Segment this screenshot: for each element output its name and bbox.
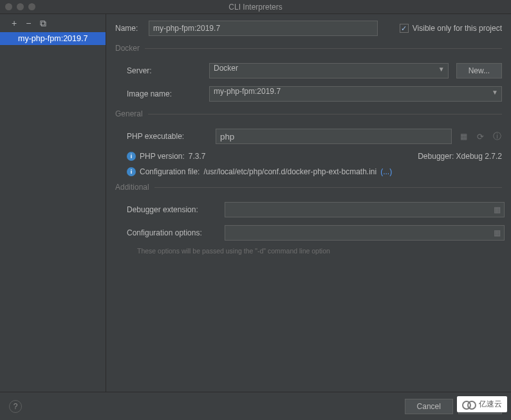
window-title: CLI Interpreters (0, 3, 511, 12)
sidebar-toolbar: + − ⧉ (0, 14, 106, 32)
info-badge-icon: i (127, 152, 136, 161)
section-general: General (115, 109, 502, 118)
reload-icon[interactable]: ⟳ (475, 132, 485, 142)
watermark-logo-icon (462, 400, 476, 409)
name-label: Name: (115, 24, 149, 33)
copy-icon[interactable]: ⧉ (40, 18, 46, 29)
config-file-more-link[interactable]: (...) (380, 167, 392, 176)
image-name-label: Image name: (127, 89, 209, 98)
visible-only-label: Visible only for this project (413, 24, 502, 33)
section-additional: Additional (115, 183, 502, 192)
config-opts-field[interactable] (225, 225, 505, 241)
titlebar: CLI Interpreters (0, 0, 511, 14)
php-exe-field[interactable] (216, 129, 452, 144)
help-icon[interactable]: ? (9, 400, 22, 413)
config-opts-hint: These options will be passed using the "… (127, 247, 502, 255)
section-docker: Docker (115, 44, 502, 53)
debugger-ext-label: Debugger extension: (127, 205, 225, 214)
config-opts-label: Configuration options: (127, 228, 225, 237)
cancel-button[interactable]: Cancel (405, 399, 453, 414)
server-label: Server: (127, 66, 209, 75)
debugger-value: Xdebug 2.7.2 (456, 152, 502, 161)
debugger-ext-field[interactable] (225, 202, 505, 217)
name-field[interactable] (149, 21, 378, 36)
folder-icon[interactable]: ▦ (492, 228, 502, 237)
config-file-value: /usr/local/etc/php/conf.d/docker-php-ext… (203, 167, 376, 176)
remove-icon[interactable]: − (26, 18, 31, 28)
sidebar: + − ⧉ my-php-fpm:2019.7 (0, 14, 106, 392)
watermark: 亿速云 (457, 396, 507, 412)
main-panel: Name: ✓ Visible only for this project Do… (106, 14, 511, 392)
config-file-label: Configuration file: (140, 167, 200, 176)
interpreter-list-item[interactable]: my-php-fpm:2019.7 (0, 32, 106, 45)
info-icon[interactable]: ⓘ (492, 131, 502, 142)
add-icon[interactable]: + (12, 18, 17, 28)
folder-icon[interactable]: ▦ (458, 132, 469, 141)
footer: ? Cancel Apply (0, 392, 511, 420)
php-exe-label: PHP executable: (127, 132, 209, 141)
php-version-value: 7.3.7 (189, 152, 206, 161)
folder-icon[interactable]: ▦ (492, 205, 502, 214)
visible-only-checkbox[interactable]: ✓ (400, 24, 409, 33)
php-version-label: PHP version: (140, 152, 185, 161)
debugger-label: Debugger: (418, 152, 454, 161)
watermark-text: 亿速云 (479, 399, 502, 410)
server-select[interactable]: Docker (209, 63, 449, 78)
image-name-select[interactable]: my-php-fpm:2019.7 (209, 86, 502, 102)
new-server-button[interactable]: New... (456, 63, 502, 78)
info-badge-icon: i (127, 167, 136, 176)
